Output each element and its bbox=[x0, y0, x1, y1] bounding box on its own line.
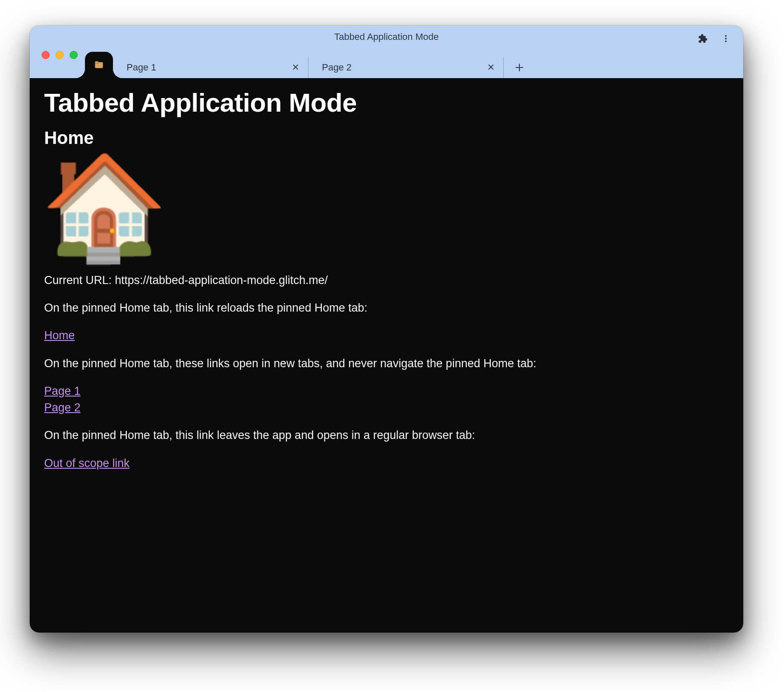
link-page-2[interactable]: Page 2 bbox=[44, 401, 81, 414]
hero-image: 🏠 bbox=[44, 156, 729, 258]
page-subtitle: Home bbox=[44, 128, 729, 148]
plus-icon bbox=[515, 63, 524, 73]
window-title: Tabbed Application Mode bbox=[30, 31, 743, 42]
paragraph-leave: On the pinned Home tab, this link leaves… bbox=[44, 428, 729, 443]
tab-label: Page 2 bbox=[322, 62, 485, 73]
window-close-button[interactable] bbox=[42, 51, 50, 59]
titlebar: Tabbed Application Mode bbox=[30, 25, 743, 78]
svg-point-0 bbox=[725, 35, 727, 37]
close-icon bbox=[292, 62, 299, 73]
current-url-line: Current URL: https://tabbed-application-… bbox=[44, 273, 729, 288]
tab-close-button[interactable] bbox=[485, 61, 497, 74]
extensions-button[interactable] bbox=[694, 30, 712, 48]
tab-label: Page 1 bbox=[127, 62, 289, 73]
tab-page-2[interactable]: Page 2 bbox=[308, 57, 504, 78]
page-content: Tabbed Application Mode Home 🏠 Current U… bbox=[30, 78, 743, 633]
traffic-lights bbox=[42, 51, 78, 59]
new-tab-button[interactable] bbox=[510, 59, 529, 78]
svg-point-2 bbox=[725, 40, 727, 42]
close-icon bbox=[488, 62, 494, 73]
window-maximize-button[interactable] bbox=[70, 51, 78, 59]
app-window: Tabbed Application Mode bbox=[30, 25, 743, 633]
link-page-1[interactable]: Page 1 bbox=[44, 385, 81, 397]
svg-point-1 bbox=[725, 38, 727, 39]
tab-close-button[interactable] bbox=[289, 61, 302, 74]
tab-page-1[interactable]: Page 1 bbox=[113, 57, 308, 78]
app-menu-button[interactable] bbox=[717, 30, 735, 48]
svg-rect-4 bbox=[95, 62, 99, 64]
paragraph-reload: On the pinned Home tab, this link reload… bbox=[44, 301, 729, 315]
page-title: Tabbed Application Mode bbox=[44, 87, 729, 118]
link-out-of-scope[interactable]: Out of scope link bbox=[44, 457, 130, 470]
tabs-favicon-icon bbox=[94, 60, 104, 70]
title-actions bbox=[694, 30, 735, 48]
house-icon: 🏠 bbox=[41, 156, 168, 258]
puzzle-piece-icon bbox=[697, 33, 708, 44]
link-home[interactable]: Home bbox=[44, 329, 75, 342]
kebab-menu-icon bbox=[721, 34, 730, 43]
window-minimize-button[interactable] bbox=[56, 51, 64, 59]
tab-strip: Page 1 Page 2 bbox=[85, 52, 743, 78]
pinned-home-tab[interactable] bbox=[85, 52, 113, 78]
paragraph-newtabs: On the pinned Home tab, these links open… bbox=[44, 356, 729, 371]
